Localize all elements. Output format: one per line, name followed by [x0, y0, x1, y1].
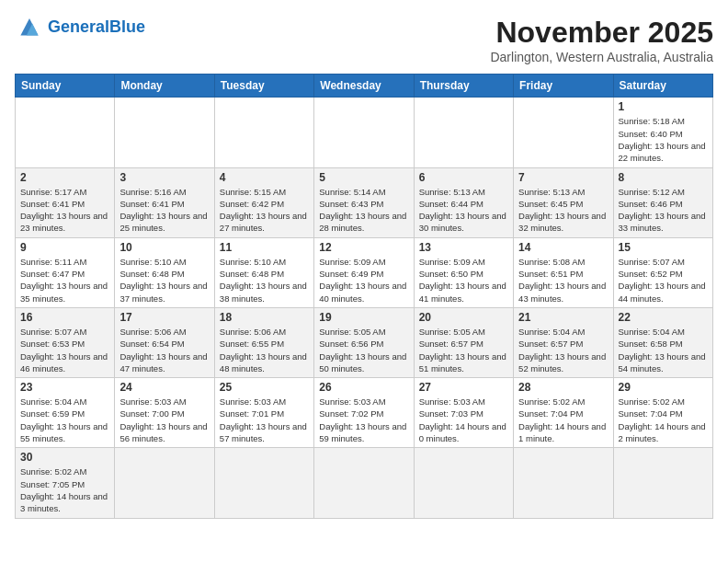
calendar-header: SundayMondayTuesdayWednesdayThursdayFrid…: [16, 75, 713, 98]
title-block: November 2025 Darlington, Western Austra…: [490, 15, 713, 64]
calendar-cell: 24Sunrise: 5:03 AMSunset: 7:00 PMDayligh…: [115, 378, 214, 448]
calendar-week-row: 1Sunrise: 5:18 AMSunset: 6:40 PMDaylight…: [16, 98, 713, 167]
calendar-cell: [115, 448, 214, 518]
day-number: 1: [619, 100, 708, 113]
calendar-cell: 9Sunrise: 5:11 AMSunset: 6:47 PMDaylight…: [16, 237, 115, 307]
logo: GeneralBlue: [15, 15, 145, 40]
weekday-header: Wednesday: [314, 75, 414, 98]
day-number: 26: [319, 381, 408, 394]
day-info: Sunrise: 5:15 AMSunset: 6:42 PMDaylight:…: [220, 186, 309, 235]
day-number: 29: [619, 381, 708, 394]
day-info: Sunrise: 5:04 AMSunset: 6:58 PMDaylight:…: [619, 326, 708, 374]
day-info: Sunrise: 5:09 AMSunset: 6:50 PMDaylight:…: [419, 256, 508, 304]
calendar-cell: 13Sunrise: 5:09 AMSunset: 6:50 PMDayligh…: [414, 237, 513, 307]
day-number: 24: [119, 381, 209, 394]
location: Darlington, Western Australia, Australia: [490, 50, 713, 64]
calendar-cell: 5Sunrise: 5:14 AMSunset: 6:43 PMDaylight…: [314, 167, 414, 237]
day-number: 28: [518, 381, 608, 394]
calendar-cell: [214, 448, 313, 518]
day-info: Sunrise: 5:08 AMSunset: 6:51 PMDaylight:…: [518, 256, 608, 304]
calendar-cell: 15Sunrise: 5:07 AMSunset: 6:52 PMDayligh…: [613, 237, 712, 307]
weekday-row: SundayMondayTuesdayWednesdayThursdayFrid…: [16, 75, 713, 98]
day-info: Sunrise: 5:02 AMSunset: 7:04 PMDaylight:…: [619, 396, 708, 444]
day-number: 14: [518, 241, 608, 254]
calendar-cell: 10Sunrise: 5:10 AMSunset: 6:48 PMDayligh…: [115, 237, 214, 307]
calendar-cell: 21Sunrise: 5:04 AMSunset: 6:57 PMDayligh…: [514, 307, 613, 377]
calendar-cell: 1Sunrise: 5:18 AMSunset: 6:40 PMDaylight…: [613, 98, 712, 167]
calendar-cell: [514, 98, 613, 167]
calendar-cell: [115, 98, 214, 167]
calendar-cell: 28Sunrise: 5:02 AMSunset: 7:04 PMDayligh…: [514, 378, 613, 448]
calendar-week-row: 2Sunrise: 5:17 AMSunset: 6:41 PMDaylight…: [16, 167, 713, 237]
day-number: 13: [419, 241, 508, 254]
day-info: Sunrise: 5:16 AMSunset: 6:41 PMDaylight:…: [119, 186, 209, 235]
day-number: 30: [20, 451, 109, 464]
day-number: 15: [619, 241, 708, 254]
day-number: 4: [220, 171, 309, 184]
page-header: GeneralBlue November 2025 Darlington, We…: [15, 15, 713, 64]
day-number: 20: [419, 311, 508, 324]
day-info: Sunrise: 5:06 AMSunset: 6:55 PMDaylight:…: [220, 326, 309, 374]
day-info: Sunrise: 5:06 AMSunset: 6:54 PMDaylight:…: [119, 326, 209, 374]
calendar-week-row: 9Sunrise: 5:11 AMSunset: 6:47 PMDaylight…: [16, 237, 713, 307]
day-info: Sunrise: 5:10 AMSunset: 6:48 PMDaylight:…: [119, 256, 209, 304]
day-info: Sunrise: 5:12 AMSunset: 6:46 PMDaylight:…: [619, 186, 708, 235]
day-number: 5: [319, 171, 408, 184]
day-number: 3: [119, 171, 209, 184]
day-number: 10: [119, 241, 209, 254]
calendar-cell: [16, 98, 115, 167]
day-info: Sunrise: 5:03 AMSunset: 7:00 PMDaylight:…: [119, 396, 209, 444]
calendar-table: SundayMondayTuesdayWednesdayThursdayFrid…: [15, 74, 713, 518]
day-number: 23: [20, 381, 109, 394]
calendar-cell: 30Sunrise: 5:02 AMSunset: 7:05 PMDayligh…: [16, 448, 115, 518]
calendar-cell: [414, 448, 513, 518]
weekday-header: Saturday: [613, 75, 712, 98]
day-info: Sunrise: 5:04 AMSunset: 6:57 PMDaylight:…: [518, 326, 608, 374]
weekday-header: Tuesday: [214, 75, 313, 98]
calendar-week-row: 16Sunrise: 5:07 AMSunset: 6:53 PMDayligh…: [16, 307, 713, 377]
day-number: 2: [20, 171, 109, 184]
calendar-cell: 29Sunrise: 5:02 AMSunset: 7:04 PMDayligh…: [613, 378, 712, 448]
logo-icon: [15, 15, 44, 40]
day-info: Sunrise: 5:04 AMSunset: 6:59 PMDaylight:…: [20, 396, 109, 444]
day-number: 18: [220, 311, 309, 324]
day-info: Sunrise: 5:09 AMSunset: 6:49 PMDaylight:…: [319, 256, 408, 304]
calendar-cell: 17Sunrise: 5:06 AMSunset: 6:54 PMDayligh…: [115, 307, 214, 377]
day-number: 6: [419, 171, 508, 184]
calendar-week-row: 30Sunrise: 5:02 AMSunset: 7:05 PMDayligh…: [16, 448, 713, 518]
calendar-cell: 20Sunrise: 5:05 AMSunset: 6:57 PMDayligh…: [414, 307, 513, 377]
calendar-body: 1Sunrise: 5:18 AMSunset: 6:40 PMDaylight…: [16, 98, 713, 518]
day-info: Sunrise: 5:05 AMSunset: 6:57 PMDaylight:…: [419, 326, 508, 374]
calendar-cell: 25Sunrise: 5:03 AMSunset: 7:01 PMDayligh…: [214, 378, 313, 448]
day-number: 11: [220, 241, 309, 254]
day-info: Sunrise: 5:11 AMSunset: 6:47 PMDaylight:…: [20, 256, 109, 304]
day-info: Sunrise: 5:03 AMSunset: 7:03 PMDaylight:…: [419, 396, 508, 444]
logo-text: GeneralBlue: [48, 18, 145, 37]
day-number: 27: [419, 381, 508, 394]
day-info: Sunrise: 5:02 AMSunset: 7:05 PMDaylight:…: [20, 465, 109, 514]
day-number: 16: [20, 311, 109, 324]
day-info: Sunrise: 5:13 AMSunset: 6:45 PMDaylight:…: [518, 186, 608, 235]
calendar-cell: [314, 98, 414, 167]
calendar-cell: 18Sunrise: 5:06 AMSunset: 6:55 PMDayligh…: [214, 307, 313, 377]
day-info: Sunrise: 5:05 AMSunset: 6:56 PMDaylight:…: [319, 326, 408, 374]
calendar-cell: [514, 448, 613, 518]
calendar-cell: 26Sunrise: 5:03 AMSunset: 7:02 PMDayligh…: [314, 378, 414, 448]
calendar-cell: 3Sunrise: 5:16 AMSunset: 6:41 PMDaylight…: [115, 167, 214, 237]
calendar-cell: 7Sunrise: 5:13 AMSunset: 6:45 PMDaylight…: [514, 167, 613, 237]
calendar-cell: 2Sunrise: 5:17 AMSunset: 6:41 PMDaylight…: [16, 167, 115, 237]
calendar-cell: 22Sunrise: 5:04 AMSunset: 6:58 PMDayligh…: [613, 307, 712, 377]
day-info: Sunrise: 5:14 AMSunset: 6:43 PMDaylight:…: [319, 186, 408, 235]
day-info: Sunrise: 5:07 AMSunset: 6:53 PMDaylight:…: [20, 326, 109, 374]
calendar-cell: 8Sunrise: 5:12 AMSunset: 6:46 PMDaylight…: [613, 167, 712, 237]
calendar-cell: 4Sunrise: 5:15 AMSunset: 6:42 PMDaylight…: [214, 167, 313, 237]
calendar-cell: 23Sunrise: 5:04 AMSunset: 6:59 PMDayligh…: [16, 378, 115, 448]
day-info: Sunrise: 5:07 AMSunset: 6:52 PMDaylight:…: [619, 256, 708, 304]
day-number: 19: [319, 311, 408, 324]
calendar-cell: 14Sunrise: 5:08 AMSunset: 6:51 PMDayligh…: [514, 237, 613, 307]
weekday-header: Friday: [514, 75, 613, 98]
day-number: 9: [20, 241, 109, 254]
weekday-header: Thursday: [414, 75, 513, 98]
day-info: Sunrise: 5:18 AMSunset: 6:40 PMDaylight:…: [619, 115, 708, 164]
day-number: 7: [518, 171, 608, 184]
